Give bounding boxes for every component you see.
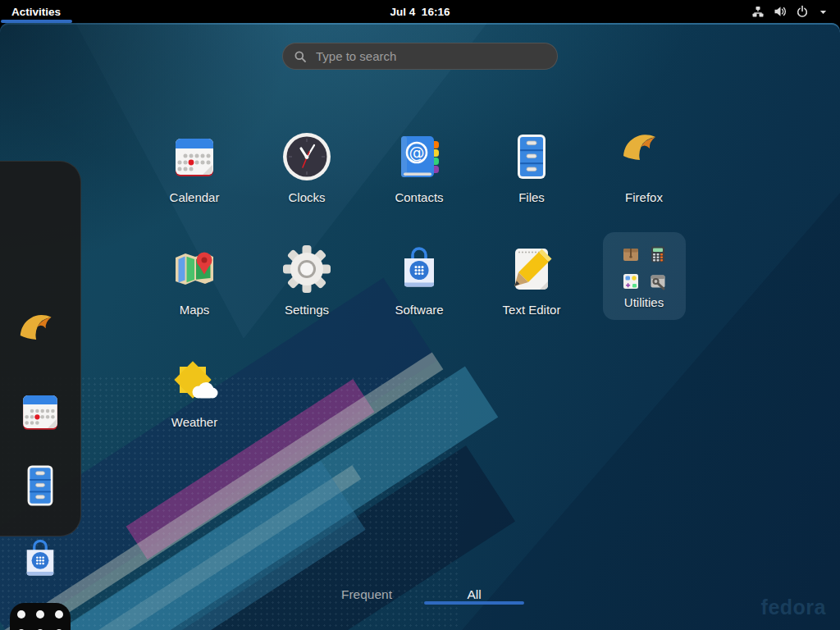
wallpaper-glow (0, 23, 840, 630)
tab-label: Frequent (341, 587, 392, 601)
app-tile-contacts[interactable]: Contacts (374, 130, 464, 204)
text-editor-icon (505, 243, 558, 295)
app-label: Files (486, 190, 577, 204)
disks-icon (648, 272, 668, 291)
characters-icon (621, 272, 641, 291)
activities-button[interactable]: Activities (0, 0, 72, 23)
software-bag-icon (16, 536, 64, 583)
firefox-icon (618, 130, 670, 183)
calendar-icon (16, 388, 64, 436)
top-bar: Activities Jul 4 16:16 (0, 0, 840, 23)
dash-item-calendar[interactable] (16, 388, 64, 439)
app-tile-calendar[interactable]: Calendar (149, 130, 240, 204)
app-label: Software (374, 303, 464, 317)
archive-manager-icon (621, 244, 641, 264)
clock-menu-button[interactable]: Jul 4 16:16 (390, 0, 450, 23)
fedora-watermark: fedora (761, 596, 826, 619)
activities-active-indicator (1, 20, 72, 23)
show-applications-button[interactable] (10, 603, 71, 630)
wallpaper-facet (0, 23, 840, 630)
app-tile-text-editor[interactable]: Text Editor (486, 243, 577, 317)
folder-icon-grid (603, 244, 686, 291)
overview-background: Calendar Clocks Contacts Files Firefox M… (0, 23, 840, 630)
wallpaper-facet (0, 23, 840, 630)
search-bar (282, 43, 558, 70)
dash-panel (0, 161, 81, 536)
clock-label: Jul 4 16:16 (390, 6, 450, 18)
volume-icon (774, 5, 787, 18)
app-label: Weather (149, 415, 240, 429)
search-input[interactable] (314, 48, 557, 64)
app-folder-utilities[interactable]: Utilities (599, 232, 689, 320)
app-tile-weather[interactable]: Weather (149, 355, 240, 429)
network-wired-icon (751, 5, 765, 18)
files-icon (16, 462, 64, 509)
app-label: Firefox (599, 190, 689, 204)
gnome-activities-overview: Activities Jul 4 16:16 (0, 0, 840, 630)
app-label: Text Editor (486, 303, 577, 317)
app-tile-clocks[interactable]: Clocks (262, 130, 352, 204)
dash-item-files[interactable] (16, 462, 64, 513)
calendar-icon (168, 130, 221, 183)
maps-icon (168, 243, 221, 295)
activities-label: Activities (11, 6, 61, 18)
power-icon (796, 5, 809, 18)
folder-background: Utilities (603, 232, 686, 320)
app-grid-icon (17, 610, 63, 630)
app-tile-settings[interactable]: Settings (262, 243, 352, 317)
calculator-icon (648, 244, 668, 264)
app-label: Settings (262, 303, 352, 317)
tab-label: All (467, 587, 481, 601)
dash-item-software[interactable] (16, 536, 64, 587)
files-icon (505, 130, 558, 183)
clocks-icon (281, 130, 333, 183)
app-tile-firefox[interactable]: Firefox (599, 130, 689, 204)
system-status-menu[interactable] (746, 0, 833, 23)
app-tile-software[interactable]: Software (374, 243, 464, 317)
app-tile-files[interactable]: Files (486, 130, 577, 204)
tab-active-indicator (424, 601, 524, 605)
tab-frequent[interactable]: Frequent (317, 584, 416, 605)
firefox-icon (15, 311, 66, 362)
settings-gear-icon (281, 243, 333, 295)
dash-item-firefox[interactable] (15, 311, 66, 365)
software-bag-icon (393, 243, 445, 295)
app-label: Contacts (374, 190, 464, 204)
search-icon (294, 50, 307, 63)
contacts-icon (393, 130, 445, 183)
app-tile-maps[interactable]: Maps (149, 243, 240, 317)
app-label: Calendar (149, 190, 240, 204)
app-label: Maps (149, 303, 240, 317)
app-label: Utilities (603, 295, 686, 309)
weather-icon (168, 355, 221, 408)
app-label: Clocks (262, 190, 352, 204)
chevron-down-icon (818, 7, 829, 17)
